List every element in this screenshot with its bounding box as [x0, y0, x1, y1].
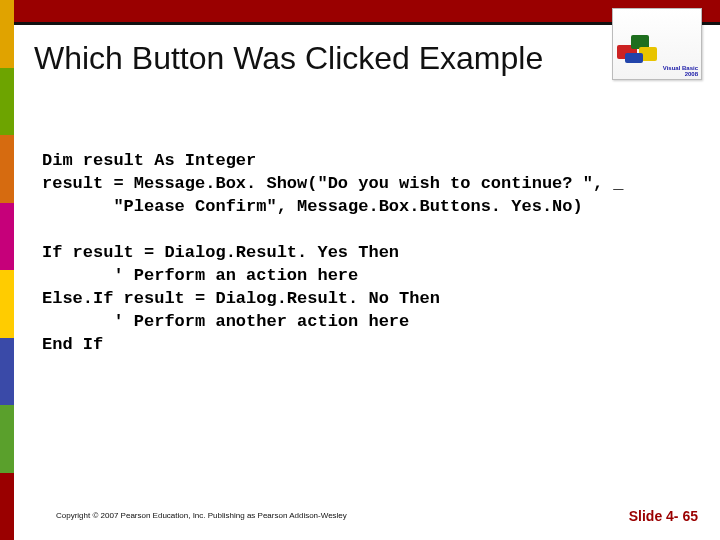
color-sidebar — [0, 0, 14, 540]
slide-title: Which Button Was Clicked Example — [34, 40, 543, 77]
code-part-2: If result = Dialog.Result. Yes Then ' Pe… — [42, 243, 440, 354]
code-block: Dim result As Integer result = Message.B… — [42, 150, 696, 356]
lego-icon — [617, 31, 659, 63]
slide-number: Slide 4- 65 — [629, 508, 698, 524]
book-title-line2: 2008 — [616, 71, 698, 77]
code-part-1: Dim result As Integer result = Message.B… — [42, 151, 624, 216]
slide: Visual Basic 2008 Which Button Was Click… — [0, 0, 720, 540]
copyright: Copyright © 2007 Pearson Education, Inc.… — [56, 511, 347, 520]
book-thumbnail: Visual Basic 2008 — [612, 8, 702, 80]
